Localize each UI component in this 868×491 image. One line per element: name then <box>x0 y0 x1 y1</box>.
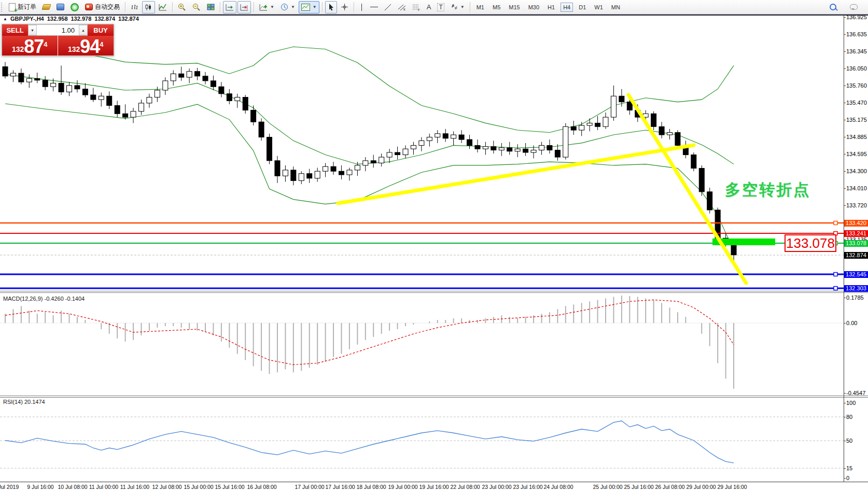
chart-shift-button[interactable] <box>237 1 251 13</box>
ohlc-high: 132.978 <box>71 16 92 22</box>
candlestick-button[interactable] <box>142 1 155 13</box>
axis-tick-label: 134.595 <box>846 151 867 157</box>
text-tool-button[interactable]: A <box>424 1 434 13</box>
toolbar-separator <box>470 2 470 12</box>
text-label-icon: T <box>437 3 444 11</box>
timeframe-m15[interactable]: M15 <box>506 3 522 12</box>
axis-tick-label: 0 <box>846 475 849 481</box>
time-axis-label: 16 Jul 08:00 <box>247 484 276 490</box>
axis-tick <box>844 171 846 172</box>
axis-tick <box>844 103 846 103</box>
collapse-triangle-icon[interactable]: ▲ <box>3 17 7 21</box>
metaeditor-button[interactable] <box>54 1 67 13</box>
time-axis-label: 29 Jul 00:00 <box>686 484 716 490</box>
rsi-panel-splitter[interactable] <box>0 396 868 398</box>
bar-chart-button[interactable] <box>128 1 141 13</box>
styler-button[interactable] <box>40 1 53 13</box>
axis-tick-label: 135.175 <box>846 117 867 123</box>
price-tag-133.241: 133.241 <box>844 230 868 237</box>
timeframe-h4[interactable]: H4 <box>561 3 573 12</box>
time-axis-label: 15 Jul 16:00 <box>215 484 244 490</box>
trendline-tool-button[interactable] <box>382 1 394 13</box>
label-tool-button[interactable]: T <box>435 1 446 13</box>
volume-decrease-button[interactable]: ▼ <box>28 25 37 35</box>
ohlc-open: 132.958 <box>47 16 68 22</box>
autotrade-button[interactable]: 自动交易 <box>82 1 122 13</box>
fibonacci-tool-button[interactable]: F <box>410 1 423 13</box>
indicators-icon <box>259 4 268 11</box>
volume-value[interactable]: 1.00 <box>37 25 79 35</box>
cursor-tool-button[interactable] <box>325 1 337 13</box>
timeframe-m30[interactable]: M30 <box>526 3 542 12</box>
equidistant-channel-icon: E <box>398 4 406 11</box>
timeframe-m1[interactable]: M1 <box>474 3 487 12</box>
toolbar-grip[interactable] <box>1 3 5 12</box>
vline-tool-button[interactable] <box>357 1 367 13</box>
toolbar-separator <box>125 2 125 12</box>
brush-icon <box>41 4 51 10</box>
new-order-button[interactable]: + 新订单 <box>6 1 39 13</box>
zoom-out-button[interactable] <box>190 1 203 13</box>
indicators-button[interactable]: ▼ <box>257 1 277 13</box>
buy-price[interactable]: 132 94 4 <box>58 36 114 55</box>
periods-button[interactable]: ▼ <box>278 1 298 13</box>
templates-button[interactable]: ▼ <box>299 1 319 13</box>
axis-tick-label: 136.050 <box>846 65 867 72</box>
toolbar-separator <box>322 2 323 12</box>
price-tag-133.078: 133.078 <box>844 240 868 247</box>
rsi-label: RSI(14) 20.1474 <box>3 399 45 405</box>
sell-price[interactable]: 132 87 4 <box>2 36 58 55</box>
time-axis-label: 9 Jul 16:00 <box>27 484 53 490</box>
axis-tick <box>844 403 846 403</box>
time-axis-label: 11 Jul 16:00 <box>120 484 149 490</box>
clock-icon <box>281 3 288 11</box>
axis-tick-label: 134.300 <box>846 168 867 174</box>
tile-windows-button[interactable] <box>204 1 217 13</box>
volume-increase-button[interactable]: ▲ <box>79 25 88 35</box>
auto-scroll-button[interactable] <box>223 1 236 13</box>
chart-window[interactable] <box>0 15 868 491</box>
price-tag-132.303: 132.303 <box>844 285 868 292</box>
time-axis-label: 23 Jul 00:00 <box>482 484 511 490</box>
chat-button[interactable] <box>847 1 860 13</box>
timeframe-mn[interactable]: MN <box>609 3 623 12</box>
cn-annotation-text[interactable]: 多空转折点 <box>725 179 810 201</box>
auto-scroll-icon <box>226 4 234 11</box>
signals-button[interactable] <box>68 1 81 13</box>
time-axis-label: 24 Jul 08:00 <box>543 484 573 490</box>
timeframe-m5[interactable]: M5 <box>490 3 503 12</box>
search-button[interactable] <box>827 1 839 13</box>
zoom-in-button[interactable] <box>175 1 189 13</box>
timeframe-h1[interactable]: H1 <box>545 3 557 12</box>
axis-tick <box>844 120 846 120</box>
crosshair-tool-button[interactable] <box>338 1 351 13</box>
vertical-line-icon <box>359 4 364 11</box>
time-axis-label: 22 Jul 08:00 <box>450 484 480 490</box>
time-axis-label: 23 Jul 16:00 <box>513 484 542 490</box>
axis-tick-label: 135.470 <box>846 100 867 106</box>
line-chart-button[interactable] <box>156 1 170 13</box>
time-axis-border <box>0 482 868 482</box>
timeframe-w1[interactable]: W1 <box>592 3 606 12</box>
crosshair-icon <box>341 3 348 11</box>
arrows-tool-button[interactable]: ▼ <box>448 1 467 13</box>
time-axis-label: 19 Jul 16:00 <box>419 484 449 490</box>
axis-tick <box>844 393 846 394</box>
horizontal-line-icon <box>370 5 378 9</box>
axis-tick-label: 136.925 <box>846 14 867 20</box>
sell-button[interactable]: SELL <box>2 24 28 36</box>
axis-tick-label: 134.885 <box>846 134 867 140</box>
macd-panel-splitter[interactable] <box>0 291 868 293</box>
channel-tool-button[interactable]: E <box>395 1 409 13</box>
time-axis-label: 17 Jul 00:00 <box>295 484 324 490</box>
buy-button[interactable]: BUY <box>88 24 114 36</box>
axis-tick <box>844 298 846 298</box>
axis-tick <box>844 205 846 206</box>
autotrade-label: 自动交易 <box>95 3 120 11</box>
time-axis-label: 26 Jul 08:00 <box>655 484 684 490</box>
hline-tool-button[interactable] <box>368 1 381 13</box>
price-callout-box[interactable]: 133.078 <box>785 234 836 252</box>
autotrade-icon <box>85 4 93 10</box>
volume-stepper: ▼ 1.00 ▲ <box>28 24 88 36</box>
timeframe-d1[interactable]: D1 <box>576 3 589 12</box>
